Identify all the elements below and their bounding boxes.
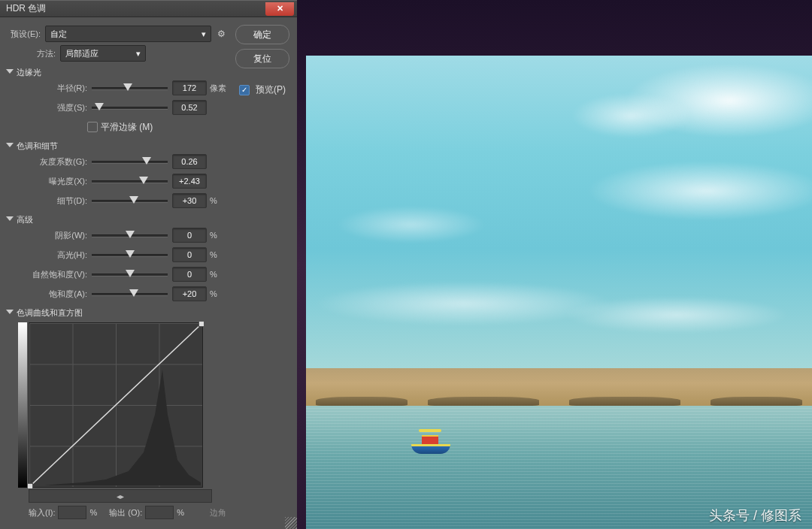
detail-input[interactable]: +30 [172,193,207,208]
highlight-input[interactable]: 0 [172,247,207,262]
preview-label: 预览(P) [256,83,286,96]
boat-graphic [411,444,450,454]
vibrance-label: 自然饱和度(V): [5,269,92,280]
shadow-input[interactable]: 0 [172,228,207,243]
titlebar[interactable]: HDR 色调 ✕ [0,0,297,17]
smooth-edges-checkbox[interactable] [87,122,98,132]
corner-label: 边角 [210,507,226,518]
gear-icon[interactable]: ⚙ [216,29,226,39]
curve-point[interactable] [27,483,33,489]
radius-input[interactable]: 172 [172,80,207,95]
detail-slider[interactable] [92,195,168,206]
dialog-title: HDR 色调 [0,2,46,15]
method-label: 方法: [20,48,60,59]
section-curve-histogram[interactable]: 色调曲线和直方图 [5,306,226,319]
tone-curve-editor[interactable] [29,322,203,488]
document-canvas[interactable]: 头条号 / 修图系 [297,0,812,529]
smooth-edges-label: 平滑边缘 (M) [101,121,153,134]
input-label: 输入(I): [29,507,55,518]
gamma-label: 灰度系数(G): [5,156,92,168]
radius-slider[interactable] [92,83,168,93]
gamma-slider[interactable] [92,156,168,167]
chevron-down-icon: ▾ [136,49,141,59]
radius-label: 半径(R): [5,83,92,94]
resize-handle[interactable] [285,517,297,529]
exposure-input[interactable]: +2.43 [172,174,207,189]
ok-button[interactable]: 确定 [235,25,289,44]
vibrance-input[interactable]: 0 [172,267,207,282]
shadow-label: 阴影(W): [5,230,92,241]
strength-slider[interactable] [92,102,168,113]
preview-image: 头条号 / 修图系 [306,56,812,529]
exposure-label: 曝光度(X): [5,176,92,187]
highlight-slider[interactable] [92,249,168,260]
svg-marker-0 [31,370,201,485]
detail-label: 细节(D): [5,195,92,207]
saturation-input[interactable]: +20 [172,286,207,301]
vibrance-slider[interactable] [92,269,168,280]
saturation-label: 饱和度(A): [5,289,92,300]
section-tone-detail[interactable]: 色调和细节 [5,139,226,153]
highlight-label: 高光(H): [5,249,92,261]
section-edge-glow[interactable]: 边缘光 [5,65,226,79]
gamma-input[interactable]: 0.26 [172,154,207,169]
output-label: 输出 (O): [109,507,142,518]
close-button[interactable]: ✕ [265,2,294,16]
strength-input[interactable]: 0.52 [172,100,207,115]
watermark: 头条号 / 修图系 [709,506,801,524]
strength-label: 强度(S): [5,102,92,113]
chevron-down-icon: ▾ [201,29,206,39]
shadow-slider[interactable] [92,230,168,240]
saturation-slider[interactable] [92,289,168,299]
histogram-range-bar[interactable]: ◂▸ [29,489,212,503]
exposure-slider[interactable] [92,176,168,186]
curve-point[interactable] [198,321,205,327]
method-dropdown[interactable]: 局部适应 ▾ [60,45,146,62]
preview-checkbox[interactable] [239,85,250,95]
gradient-strip [18,322,27,488]
curve-input-field[interactable] [58,506,86,519]
reset-button[interactable]: 复位 [235,49,289,68]
curve-output-field[interactable] [145,506,174,519]
section-advanced[interactable]: 高级 [5,213,226,226]
split-handle-icon[interactable]: ◂▸ [112,492,129,500]
hdr-toning-dialog: HDR 色调 ✕ 预设(E): 自定 ▾ ⚙ 方法: 局部适应 [0,0,297,529]
histogram-icon [31,325,201,485]
preset-label: 预设(E): [5,29,45,40]
preset-dropdown[interactable]: 自定 ▾ [45,26,211,42]
